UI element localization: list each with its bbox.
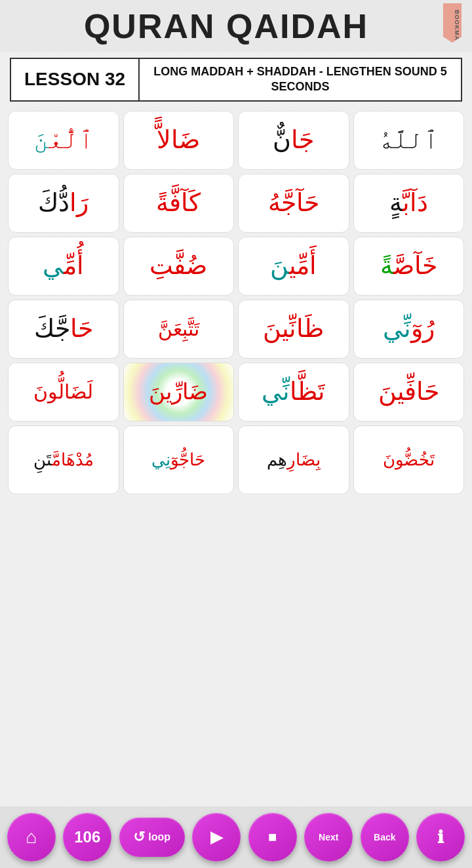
arabic-row-last: مُدْهَامَّتَنِ حَاجُّوٓنِي بِضَارِهِم تَ… [8, 425, 464, 494]
lesson-number: LESSON 32 [11, 59, 140, 100]
arabic-row-5: لَضَالُّونَ ضَارِّينَ تَظَّانِّي حَافِّي… [8, 363, 464, 422]
cell-r3c3[interactable]: أَمِّينَ [238, 237, 349, 296]
app-title: QURAN QAIDAH [84, 7, 368, 46]
cell-r4c4[interactable]: رُوٓنِّي [353, 300, 465, 359]
loop-button[interactable]: ↺ loop [119, 818, 185, 857]
bookmark-icon[interactable]: BOOKMARKS [439, 3, 465, 56]
lesson-header: LESSON 32 LONG MADDAH + SHADDAH - LENGTH… [10, 58, 462, 102]
home-icon: ⌂ [26, 827, 37, 848]
arabic-row-1: ٱلُّعْنَ ضَالاًّ جَانٌّ ٱللَّهُ [8, 111, 464, 170]
cell-r5c4[interactable]: حَافِّينَ [353, 363, 465, 422]
cell-r1c2[interactable]: ضَالاًّ [123, 111, 235, 170]
cell-r4c2[interactable]: تَتَّبِعَنَّ [123, 300, 235, 359]
cell-r3c4[interactable]: خَآصَّةً [353, 237, 465, 296]
cell-lr1[interactable]: مُدْهَامَّتَنِ [8, 425, 119, 494]
cell-r5c2[interactable]: ضَارِّينَ [123, 363, 235, 422]
cell-r3c2[interactable]: ضُفَّتِ [123, 237, 235, 296]
cell-r1c4[interactable]: ٱللَّهُ [353, 111, 465, 170]
cell-r3c1[interactable]: أُمِّي [8, 237, 119, 296]
cell-r2c2[interactable]: كَآفَّةً [123, 174, 235, 233]
arabic-row-3: أُمِّي ضُفَّتِ أَمِّينَ خَآصَّةً [8, 237, 464, 296]
loop-label: loop [148, 831, 170, 843]
play-button[interactable]: ▶ [192, 813, 241, 861]
play-icon: ▶ [210, 828, 222, 846]
bottom-navigation: ⌂ 106 ↺ loop ▶ ■ Next Back ℹ [0, 806, 472, 868]
arabic-grid: ٱلُّعْنَ ضَالاًّ جَانٌّ ٱللَّهُ [0, 107, 472, 806]
cell-r1c3[interactable]: جَانٌّ [238, 111, 349, 170]
lesson-description: LONG MADDAH + SHADDAH - LENGTHEN SOUND 5… [140, 59, 461, 100]
cell-r1c1[interactable]: ٱلُّعْنَ [8, 111, 119, 170]
cell-r2c4[interactable]: دَآبَّةٍ [353, 174, 465, 233]
cell-r4c1[interactable]: حَاجَّكَ [8, 300, 119, 359]
cell-lr4[interactable]: تَخُضُّونَ [353, 425, 465, 494]
info-icon: ℹ [437, 827, 444, 848]
bookmark-label: BOOKMARKS [454, 10, 460, 55]
arabic-row-2: رَادُّكَ كَآفَّةً حَآجَّهُ دَآبَّةٍ [8, 174, 464, 233]
back-button[interactable]: Back [361, 813, 409, 861]
stop-button[interactable]: ■ [248, 813, 297, 861]
arabic-row-4: حَاجَّكَ تَتَّبِعَنَّ ظَانِّينَ رُوٓنِّي [8, 300, 464, 359]
back-label: Back [374, 832, 395, 842]
info-button[interactable]: ℹ [416, 813, 465, 861]
next-button[interactable]: Next [304, 813, 353, 861]
cell-r2c1[interactable]: رَادُّكَ [8, 174, 119, 233]
page-number-button[interactable]: 106 [63, 813, 111, 861]
loop-icon: ↺ [133, 829, 145, 846]
cell-r4c3[interactable]: ظَانِّينَ [238, 300, 349, 359]
page-number: 106 [74, 828, 100, 846]
cell-r2c3[interactable]: حَآجَّهُ [238, 174, 349, 233]
app-header: QURAN QAIDAH BOOKMARKS [0, 0, 472, 52]
cell-r5c3[interactable]: تَظَّانِّي [238, 363, 349, 422]
cell-r5c1[interactable]: لَضَالُّونَ [8, 363, 119, 422]
cell-lr3[interactable]: بِضَارِهِم [238, 425, 349, 494]
stop-icon: ■ [268, 829, 277, 846]
cell-lr2[interactable]: حَاجُّوٓنِي [123, 425, 235, 494]
home-button[interactable]: ⌂ [7, 813, 56, 861]
next-label: Next [319, 832, 338, 842]
